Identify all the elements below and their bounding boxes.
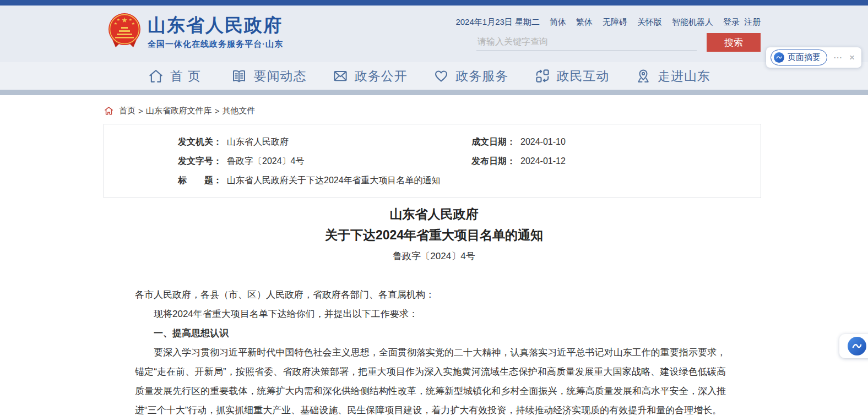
section1-heading: 一、提高思想认识	[135, 324, 726, 343]
svg-text:★: ★	[129, 18, 132, 21]
meta-label: 发文机关：	[178, 137, 222, 146]
document-title-block: 山东省人民政府 关于下达2024年省重大项目名单的通知 鲁政字〔2024〕4号	[0, 207, 868, 262]
top-accent-bar	[0, 0, 868, 6]
meta-written-date: 成文日期：2024-01-10	[471, 136, 750, 148]
document-area: 首页 > 山东省政府文件库 > 其他文件 发文机关：山东省人民政府 成文日期：2…	[0, 95, 868, 416]
meta-label: 标 题：	[178, 176, 222, 185]
nav-item-label: 政务服务	[455, 68, 508, 85]
svg-text:★: ★	[132, 21, 135, 25]
document-title-line2: 关于下达2024年省重大项目名单的通知	[0, 228, 868, 242]
page-summary-popup: 页面摘要 ⋯ ×	[766, 47, 861, 68]
nav-item-label: 走进山东	[658, 68, 710, 85]
nav-item-services[interactable]: 政务服务	[433, 68, 508, 85]
search-input[interactable]	[476, 33, 697, 51]
nav-item-news[interactable]: 要闻动态	[231, 68, 306, 85]
nav-item-label: 首页	[170, 68, 205, 85]
envelope-icon	[332, 68, 349, 84]
link-care-version[interactable]: 关怀版	[637, 17, 662, 28]
meta-issuing-org: 发文机关：山东省人民政府	[178, 136, 471, 148]
meta-title: 标 题：山东省人民政府关于下达2024年省重大项目名单的通知	[178, 175, 750, 187]
document-number: 鲁政字〔2024〕4号	[0, 251, 868, 262]
nav-item-visit-shandong[interactable]: 走进山东	[635, 68, 710, 85]
book-icon	[231, 68, 247, 84]
intro-paragraph: 现将2024年省重大项目名单下达给你们，并提出以下工作要求：	[135, 304, 726, 324]
meta-label: 发文字号：	[178, 156, 222, 166]
ellipsis-icon[interactable]: ⋯	[833, 52, 843, 63]
current-date: 2024年1月23日 星期二	[455, 17, 540, 28]
svg-text:★: ★	[114, 21, 117, 25]
page-summary-button[interactable]: 页面摘要	[771, 50, 827, 65]
breadcrumb: 首页 > 山东省政府文件库 > 其他文件	[104, 106, 868, 116]
nav-item-interaction[interactable]: 政民互动	[534, 68, 610, 85]
link-traditional-chinese[interactable]: 繁体	[576, 17, 593, 28]
top-links: 2024年1月23日 星期二 简体 繁体 无障碍 关怀版 智能机器人 登录 注册	[455, 17, 761, 28]
nav-item-home[interactable]: 首页	[148, 68, 205, 85]
page: ★ ★ ★ ★ ★ 山东省人民政府 全国一体化在线政务服务平台·山东 2024年…	[0, 0, 868, 416]
document-body: 各市人民政府，各县（市、区）人民政府，省政府各部门、各直属机构： 现将2024年…	[135, 285, 726, 416]
national-emblem-icon[interactable]: ★ ★ ★ ★ ★	[107, 12, 142, 48]
page-summary-label: 页面摘要	[788, 52, 821, 63]
interaction-arrows-icon	[534, 68, 551, 84]
nav-item-label: 要闻动态	[253, 68, 306, 85]
site-title-block: 山东省人民政府 全国一体化在线政务服务平台·山东	[148, 15, 283, 50]
main-nav: 首页 要闻动态 政务公开	[148, 62, 710, 90]
svg-text:★: ★	[121, 16, 128, 24]
heart-icon	[433, 68, 449, 84]
meta-value: 山东省人民政府	[227, 137, 289, 146]
meta-value: 2024-01-12	[520, 156, 566, 166]
document-meta-box: 发文机关：山东省人民政府 成文日期：2024-01-10 发文字号：鲁政字〔20…	[104, 124, 761, 198]
meta-doc-number: 发文字号：鲁政字〔2024〕4号	[178, 156, 471, 167]
meta-publish-date: 发布日期：2024-01-12	[471, 156, 750, 167]
breadcrumb-item-current: 其他文件	[223, 106, 256, 116]
link-accessibility[interactable]: 无障碍	[603, 17, 627, 28]
home-icon	[104, 106, 114, 116]
close-icon[interactable]: ×	[849, 53, 855, 62]
register-link[interactable]: 注册	[744, 17, 761, 28]
meta-value: 鲁政字〔2024〕4号	[227, 156, 305, 166]
meta-label: 发布日期：	[471, 156, 516, 166]
auth-links: 登录 注册	[723, 17, 761, 28]
nav-item-gov-affairs[interactable]: 政务公开	[332, 68, 408, 85]
link-smart-robot[interactable]: 智能机器人	[672, 17, 713, 28]
svg-text:★: ★	[117, 18, 120, 21]
nav-bottom-strip	[0, 90, 868, 95]
breadcrumb-item-library[interactable]: 山东省政府文件库	[146, 106, 212, 116]
document-title-line1: 山东省人民政府	[0, 207, 868, 221]
search-button[interactable]: 搜索	[707, 33, 761, 52]
breadcrumb-separator: >	[215, 106, 220, 116]
meta-value: 2024-01-10	[520, 137, 566, 146]
meta-label: 成文日期：	[471, 137, 516, 146]
meta-value: 山东省人民政府关于下达2024年省重大项目名单的通知	[227, 176, 441, 185]
site-title: 山东省人民政府	[148, 15, 283, 35]
site-subtitle: 全国一体化在线政务服务平台·山东	[148, 39, 283, 50]
nav-item-label: 政务公开	[355, 68, 408, 85]
ai-assistant-icon	[774, 52, 784, 63]
nav-item-label: 政民互动	[557, 68, 610, 85]
breadcrumb-item-home[interactable]: 首页	[119, 106, 135, 116]
breadcrumb-separator: >	[138, 106, 143, 116]
salutation: 各市人民政府，各县（市、区）人民政府，省政府各部门、各直属机构：	[135, 285, 726, 304]
link-simplified-chinese[interactable]: 简体	[550, 17, 566, 28]
ai-assistant-fab[interactable]	[839, 334, 868, 358]
login-link[interactable]: 登录	[723, 17, 740, 28]
map-pin-icon	[635, 68, 652, 84]
home-icon	[148, 68, 164, 84]
section1-body: 要深入学习贯彻习近平新时代中国特色社会主义思想，全面贯彻落实党的二十大精神，认真…	[135, 343, 726, 416]
ai-assistant-icon	[848, 337, 866, 355]
